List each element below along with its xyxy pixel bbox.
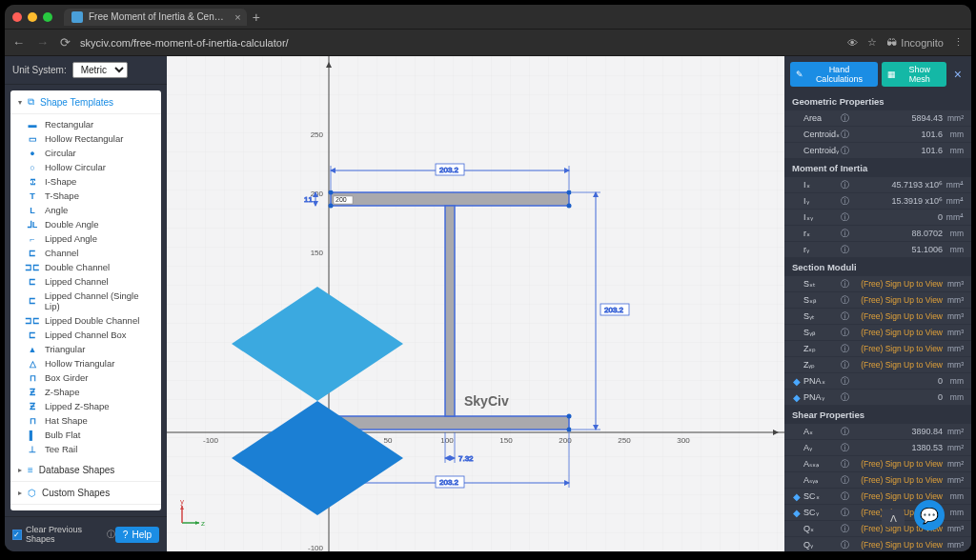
scroll-top-button[interactable]: ᐱ bbox=[882, 510, 905, 527]
info-icon[interactable]: ⓘ bbox=[838, 490, 851, 503]
info-icon[interactable]: ⓘ bbox=[838, 507, 851, 519]
section-shape-templates[interactable]: ▾ ⧉ Shape Templates bbox=[10, 90, 161, 114]
back-icon[interactable]: ← bbox=[12, 35, 25, 50]
property-row: Centroidₓ ⓘ 101.6 mm bbox=[784, 127, 971, 142]
prop-value[interactable]: (Free) Sign Up to View bbox=[851, 328, 943, 337]
info-icon[interactable]: ⓘ bbox=[838, 294, 851, 307]
info-icon[interactable]: ⓘ bbox=[838, 442, 851, 454]
info-icon[interactable]: ⓘ bbox=[838, 359, 851, 371]
info-icon[interactable]: ⓘ bbox=[838, 112, 851, 125]
svg-text:203.2: 203.2 bbox=[439, 166, 459, 174]
star-icon[interactable]: ☆ bbox=[867, 36, 877, 49]
prop-label: Area bbox=[803, 113, 838, 123]
prop-label: rᵧ bbox=[803, 245, 838, 254]
shape-item[interactable]: △Hollow Triangular bbox=[10, 356, 161, 370]
shape-item[interactable]: ⊓Hat Shape bbox=[10, 413, 161, 428]
prop-value: 88.0702 bbox=[851, 229, 943, 238]
shape-item[interactable]: ⊐⊏Lipped Double Channel bbox=[10, 313, 161, 328]
chat-bubble-button[interactable]: 💬 bbox=[914, 500, 945, 530]
prop-value[interactable]: (Free) Sign Up to View bbox=[851, 295, 943, 305]
unit-select[interactable]: Metric bbox=[72, 62, 128, 78]
window-controls[interactable] bbox=[12, 12, 52, 22]
info-icon[interactable]: ⓘ bbox=[838, 539, 851, 551]
shape-item[interactable]: ⌐Lipped Angle bbox=[10, 231, 161, 246]
new-tab-button[interactable]: + bbox=[253, 10, 260, 25]
diamond-icon: ◆ bbox=[790, 376, 803, 387]
eye-icon[interactable]: 👁 bbox=[847, 37, 858, 49]
prop-value[interactable]: (Free) Sign Up to View bbox=[851, 360, 943, 370]
prop-group-title: Moment of Inertia bbox=[784, 159, 971, 177]
prop-group-title: Section Moduli bbox=[784, 258, 971, 276]
prop-value[interactable]: (Free) Sign Up to View bbox=[851, 475, 943, 485]
shape-item[interactable]: TT-Shape bbox=[10, 189, 161, 203]
shape-item[interactable]: ⊏Lipped Channel (Single Lip) bbox=[10, 289, 161, 313]
prop-value[interactable]: (Free) Sign Up to View bbox=[851, 459, 943, 469]
show-mesh-button[interactable]: ▦ Show Mesh bbox=[882, 62, 946, 87]
property-row: Centroidᵧ ⓘ 101.6 mm bbox=[784, 143, 971, 158]
info-icon[interactable]: ⓘ bbox=[838, 278, 851, 290]
shape-item[interactable]: ⊥Tee Rail bbox=[10, 442, 161, 456]
prop-value: 101.6 bbox=[851, 146, 943, 155]
reload-icon[interactable]: ⟳ bbox=[60, 35, 71, 50]
shape-item[interactable]: ○Hollow Circular bbox=[10, 160, 161, 174]
info-icon[interactable]: ⓘ bbox=[838, 195, 851, 208]
info-icon[interactable]: ⓘ bbox=[838, 228, 851, 240]
url-text[interactable]: skyciv.com/free-moment-of-inertia-calcul… bbox=[80, 37, 838, 49]
shape-item[interactable]: ▭Hollow Rectangular bbox=[10, 131, 161, 146]
shape-item[interactable]: ▌Bulb Flat bbox=[10, 428, 161, 442]
hand-calculations-button[interactable]: ✎ Hand Calculations bbox=[790, 62, 878, 87]
shape-item[interactable]: ⊏Channel bbox=[10, 246, 161, 260]
shape-item[interactable]: ƵLipped Z-Shape bbox=[10, 399, 161, 413]
browser-tab[interactable]: Free Moment of Inertia & Cen… × bbox=[64, 9, 247, 26]
section-my-sections[interactable]: ▸ ☰ My Sections bbox=[10, 505, 161, 510]
shape-item[interactable]: ꞮI-Shape bbox=[10, 174, 161, 189]
info-icon[interactable]: ⓘ bbox=[838, 244, 851, 256]
info-icon[interactable]: ⓘ bbox=[838, 458, 851, 470]
close-icon[interactable]: × bbox=[950, 67, 966, 82]
prop-label: Sᵧₜ bbox=[803, 311, 838, 321]
info-icon[interactable]: ⓘ bbox=[838, 375, 851, 388]
close-icon[interactable]: × bbox=[234, 11, 240, 23]
prop-value[interactable]: (Free) Sign Up to View bbox=[851, 540, 943, 550]
info-icon[interactable]: ⓘ bbox=[838, 310, 851, 323]
forward-icon[interactable]: → bbox=[36, 35, 49, 50]
shape-icon: ⊏ bbox=[28, 277, 37, 287]
shape-item[interactable]: ƵZ-Shape bbox=[10, 385, 161, 399]
shape-item[interactable]: LAngle bbox=[10, 203, 161, 217]
address-bar: ← → ⟳ skyciv.com/free-moment-of-inertia-… bbox=[5, 30, 971, 56]
shape-item[interactable]: ⊏Lipped Channel Box bbox=[10, 328, 161, 342]
info-icon[interactable]: ⓘ bbox=[838, 179, 851, 191]
prop-unit: mm bbox=[943, 508, 966, 517]
help-button[interactable]: ? Help bbox=[115, 527, 159, 543]
info-icon[interactable]: ⓘ bbox=[838, 211, 851, 224]
svg-text:250: 250 bbox=[618, 436, 631, 445]
shape-item[interactable]: ⊓Box Girder bbox=[10, 370, 161, 385]
prop-value[interactable]: (Free) Sign Up to View bbox=[851, 344, 943, 353]
section-canvas[interactable]: -100-50050100150200250300 -100-505010015… bbox=[167, 56, 784, 551]
prop-label: PNAₓ bbox=[803, 376, 838, 386]
property-row: Iᵧ ⓘ 15.3919 x10⁶ mm⁴ bbox=[784, 193, 971, 209]
prop-value[interactable]: (Free) Sign Up to View bbox=[851, 279, 943, 289]
prop-value[interactable]: (Free) Sign Up to View bbox=[851, 311, 943, 321]
info-icon[interactable]: ⓘ bbox=[838, 129, 851, 141]
clear-shapes-checkbox[interactable]: ✓ Clear Previous Shapes ⓘ bbox=[12, 525, 115, 544]
info-icon[interactable]: ⓘ bbox=[838, 474, 851, 487]
shape-icon: ▌ bbox=[28, 430, 37, 440]
shape-item[interactable]: ⊏Lipped Channel bbox=[10, 274, 161, 289]
section-custom-shapes[interactable]: ▸ ⬡ Custom Shapes bbox=[10, 482, 161, 505]
info-icon[interactable]: ⓘ bbox=[838, 523, 851, 535]
info-icon[interactable]: ⓘ bbox=[838, 145, 851, 157]
shape-item[interactable]: ▲Triangular bbox=[10, 342, 161, 356]
shape-item[interactable]: ▬Rectangular bbox=[10, 117, 161, 131]
shape-item[interactable]: ⊐⊏Double Channel bbox=[10, 260, 161, 274]
section-database-shapes[interactable]: ▸ ≡ Database Shapes bbox=[10, 459, 161, 482]
info-icon[interactable]: ⓘ bbox=[838, 327, 851, 339]
prop-value: 15.3919 x10⁶ bbox=[851, 196, 943, 206]
shape-item[interactable]: ●Circular bbox=[10, 146, 161, 160]
shape-item[interactable]: ⅃LDouble Angle bbox=[10, 217, 161, 231]
templates-icon: ⧉ bbox=[28, 96, 34, 108]
info-icon[interactable]: ⓘ bbox=[838, 343, 851, 355]
menu-icon[interactable]: ⋮ bbox=[953, 36, 964, 49]
info-icon[interactable]: ⓘ bbox=[838, 426, 851, 438]
info-icon[interactable]: ⓘ bbox=[838, 391, 851, 404]
